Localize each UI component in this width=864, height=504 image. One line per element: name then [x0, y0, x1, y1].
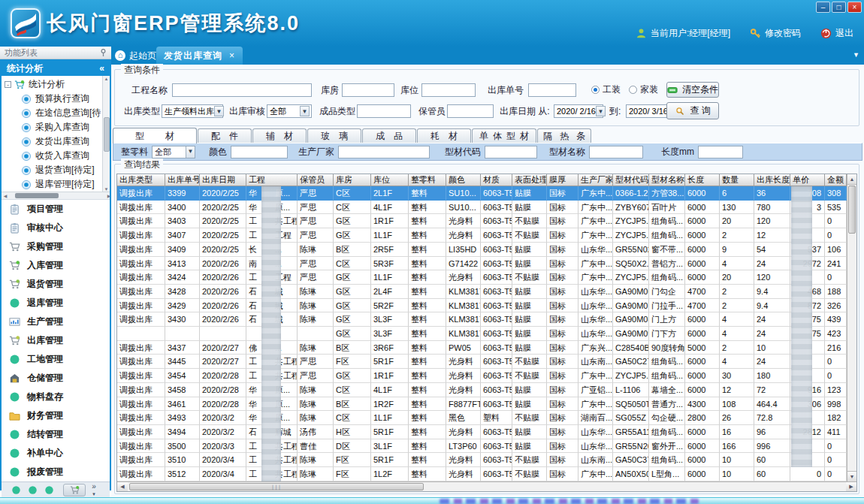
- whole-part-select[interactable]: 全部▼: [152, 146, 195, 158]
- table-row[interactable]: 调拨出库34372020/2/27佛...陈琳B区3R6F整料PW056063-…: [117, 341, 847, 355]
- tree-item[interactable]: 在途信息查询[待: [2, 106, 102, 120]
- date-from-picker[interactable]: 2020/ 2/16▼: [554, 104, 603, 118]
- material-tab-辅材[interactable]: 辅材: [252, 128, 307, 143]
- section-header-statistics[interactable]: 统计分析 «: [2, 61, 110, 76]
- sidebar-item-财务管理[interactable]: 财务管理: [2, 406, 110, 425]
- tree-item[interactable]: 收货入库查询: [2, 149, 102, 163]
- column-header[interactable]: 金额: [825, 174, 847, 186]
- column-header[interactable]: 整零料: [409, 174, 446, 186]
- table-row[interactable]: 调拨出库34072020/2/25工工程严思G区1L1F整料光身料6063-T5…: [117, 228, 847, 243]
- table-row[interactable]: 调拨出库34092020/2/25长...陈琳B区2R5F整料LI35HD606…: [117, 243, 847, 257]
- sidebar-item-入库管理[interactable]: 入库管理: [2, 256, 110, 275]
- manufacturer-input[interactable]: [338, 146, 430, 158]
- column-header[interactable]: 库房: [334, 174, 371, 186]
- tab-shipping-outbound-query[interactable]: 发货出库查询 ×: [156, 47, 243, 65]
- tree-item[interactable]: 退货查询[待定]: [2, 163, 102, 177]
- column-header[interactable]: 长度: [685, 174, 720, 186]
- keeper-input[interactable]: [447, 104, 494, 118]
- material-tab-成品[interactable]: 成品: [362, 128, 416, 143]
- column-header[interactable]: 出库日期: [200, 174, 246, 186]
- tree-item[interactable]: 预算执行查询: [2, 92, 102, 106]
- table-row[interactable]: 调拨出库34002020/2/25华原...严思C区4L1F整料SU10...6…: [117, 201, 847, 215]
- table-row[interactable]: 调拨出库34612020/2/28华原...陈琳B区1R2F整料F8877FT6…: [117, 397, 847, 412]
- sidebar-item-项目管理[interactable]: 项目管理: [2, 200, 110, 219]
- material-tab-耗材[interactable]: 耗材: [417, 128, 471, 143]
- profile-code-input[interactable]: [485, 146, 537, 158]
- column-header[interactable]: 出库长度: [754, 174, 790, 186]
- sidebar-item-报废管理[interactable]: 报废管理: [2, 463, 110, 481]
- sidebar-item-退货管理[interactable]: 退货管理: [2, 275, 110, 294]
- maximize-button[interactable]: □: [832, 2, 846, 13]
- module-circle-icon[interactable]: [44, 485, 54, 495]
- tree-item[interactable]: 退库管理[待定]: [2, 177, 102, 192]
- material-tab-型材[interactable]: 型材: [113, 128, 197, 143]
- tab-list-caret-icon[interactable]: ▼: [853, 51, 859, 59]
- toolbar-more-button[interactable]: »▼: [92, 483, 96, 498]
- table-row[interactable]: 调拨出库35122020/3/4工共工程陈琳F区1L2F整料光身料6063-T5…: [117, 467, 847, 481]
- material-tab-玻璃[interactable]: 玻璃: [307, 128, 361, 143]
- radio-gongzhuang[interactable]: 工装: [591, 83, 621, 96]
- sidebar-item-出库管理[interactable]: 出库管理: [2, 331, 110, 350]
- table-row[interactable]: 调拨出库35002020/3/3工共工程曹佳D区3L1F整料LT3P606063…: [117, 439, 847, 454]
- column-header[interactable]: 颜色: [446, 174, 481, 186]
- audit-select[interactable]: 全部▼: [267, 104, 312, 118]
- tree-item[interactable]: 采购入库查询: [2, 120, 102, 134]
- logout-button[interactable]: 退出: [820, 27, 853, 40]
- tab-home[interactable]: ⌂ 起始页: [115, 47, 156, 65]
- table-row[interactable]: 调拨出库34132020/2/26南...严思C区5R3F整料G71422606…: [117, 257, 847, 271]
- table-row[interactable]: 调拨出库34032020/2/25工共工程严思G区1R1F整料光身料6063-T…: [117, 214, 847, 228]
- sidebar-item-生产管理[interactable]: 生产管理: [2, 312, 110, 331]
- warehouse-input[interactable]: [342, 83, 394, 97]
- sidebar-item-审核中心[interactable]: 审核中心: [2, 219, 110, 237]
- horizontal-scrollbar[interactable]: ◀ ∣∣∣ ▶: [117, 481, 856, 491]
- column-header[interactable]: 型材名称: [649, 174, 685, 186]
- column-header[interactable]: 出库类型: [117, 174, 165, 186]
- sidebar-item-结转管理[interactable]: 结转管理: [2, 425, 110, 444]
- radio-jiazhuang[interactable]: 家装: [629, 83, 658, 96]
- column-header[interactable]: 库位: [371, 174, 409, 186]
- vertical-scrollbar[interactable]: ▲ ▼: [847, 174, 856, 481]
- column-header[interactable]: 表面处理: [512, 174, 547, 186]
- table-row[interactable]: 调拨出库34292020/2/26石城陈琳G区5R2F整料KLM38176063…: [117, 299, 847, 313]
- column-header[interactable]: 膜厚: [547, 174, 579, 186]
- table-row[interactable]: 调拨出库34542020/2/28工共工程严思G区1R1F整料光身料6063-T…: [117, 369, 847, 383]
- sidebar-item-补单中心[interactable]: 补单中心: [2, 444, 110, 463]
- material-tab-单体型材[interactable]: 单体型材: [472, 128, 536, 143]
- material-tab-配件[interactable]: 配件: [198, 128, 252, 143]
- column-header[interactable]: 生产厂家: [579, 174, 613, 186]
- module-circle-icon[interactable]: [11, 485, 21, 495]
- table-row[interactable]: 调拨出库35102020/3/4工共工程陈琳F区5R1F整料光身料6063-T5…: [117, 453, 847, 467]
- tree-expander-icon[interactable]: -: [5, 81, 11, 88]
- column-header[interactable]: 保管员: [298, 174, 334, 186]
- tree-root-statistics[interactable]: -统计分析: [2, 77, 102, 92]
- product-type-input[interactable]: [357, 104, 411, 118]
- table-row[interactable]: 调拨出库34942020/3/2石辉城汤伟H区5R1F整料光身料6063-T5贴…: [117, 425, 847, 439]
- column-header[interactable]: 单价: [790, 174, 825, 186]
- material-tab-隔热条[interactable]: 隔热条: [537, 128, 591, 143]
- table-row[interactable]: 调拨出库34452020/2/27工共工程严思F区5R1F整料光身料6063-T…: [117, 355, 847, 369]
- location-input[interactable]: [421, 83, 476, 97]
- sidebar-item-物料盘存[interactable]: 物料盘存: [2, 388, 110, 406]
- pin-icon[interactable]: [100, 49, 107, 57]
- tree-item[interactable]: 发货出库查询: [2, 134, 102, 149]
- sidebar-item-采购管理[interactable]: 采购管理: [2, 237, 110, 256]
- column-header[interactable]: 数量: [720, 174, 754, 186]
- color-input[interactable]: [231, 146, 288, 158]
- tree-vertical-scrollbar[interactable]: ▲▼: [102, 76, 110, 192]
- search-button[interactable]: 查 询: [666, 102, 719, 119]
- sidebar-item-仓储管理[interactable]: 仓储管理: [2, 369, 110, 388]
- cart-module-button[interactable]: [63, 484, 86, 496]
- table-row[interactable]: 调拨出库34302020/2/26石城陈琳G区3L3F整料KLM38176063…: [117, 312, 847, 327]
- length-input[interactable]: [698, 146, 743, 158]
- sidebar-item-退库管理[interactable]: 退库管理: [2, 294, 110, 312]
- column-header[interactable]: 工程: [246, 174, 298, 186]
- order-no-input[interactable]: [528, 83, 576, 97]
- change-password-button[interactable]: 修改密码: [750, 27, 801, 40]
- close-button[interactable]: ×: [847, 2, 862, 13]
- tab-close-icon[interactable]: ×: [229, 50, 235, 61]
- clear-conditions-button[interactable]: 清空条件: [666, 82, 719, 98]
- module-circle-icon[interactable]: [28, 485, 38, 495]
- project-name-input[interactable]: [172, 83, 312, 97]
- table-row[interactable]: 调拨出库34932020/3/2华原...陈琳C区1L1F整料黑色塑料不贴膜国标…: [117, 411, 847, 425]
- column-header[interactable]: 材质: [481, 174, 512, 186]
